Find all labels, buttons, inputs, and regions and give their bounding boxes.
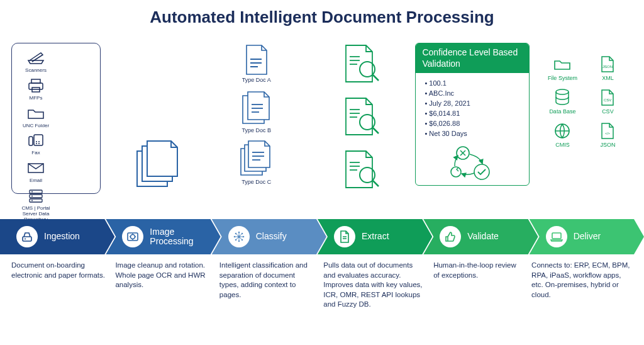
step-label: Ingestion bbox=[44, 232, 80, 241]
validate-value: ABC.Inc bbox=[425, 88, 523, 98]
classify-column: Type Doc A Type Doc B Type Doc C bbox=[211, 43, 302, 185]
label: Type Doc A bbox=[242, 77, 271, 83]
svg-point-5 bbox=[36, 141, 37, 142]
top-row: Scanners MFPs UNC Folder Fax Email bbox=[11, 43, 633, 213]
descriptions-row: Document on-boarding electronic and pape… bbox=[11, 261, 633, 310]
validate-value: $6,026.88 bbox=[425, 118, 523, 128]
folder-icon bbox=[26, 105, 45, 122]
workflow-arrow-bar: Ingestion Image Processing Classify Extr… bbox=[0, 219, 644, 254]
laptop-icon bbox=[546, 226, 567, 247]
step-deliver: Deliver bbox=[530, 219, 644, 254]
xml-file-icon: JSON bbox=[598, 55, 617, 73]
document-icon bbox=[243, 43, 270, 77]
document-search-icon bbox=[341, 149, 382, 193]
desc-deliver: Connects to: ERP, ECM, BPM, RPA, iPaaS, … bbox=[531, 261, 633, 310]
label: CSV bbox=[602, 108, 614, 115]
validate-value: Net 30 Days bbox=[425, 128, 523, 139]
source-scanner: Scanners bbox=[16, 50, 56, 74]
step-image-processing: Image Processing bbox=[106, 219, 220, 254]
document-stack-icon bbox=[239, 140, 274, 179]
step-extract: Extract bbox=[318, 219, 432, 254]
step-label: Classify bbox=[256, 232, 287, 241]
svg-rect-1 bbox=[29, 83, 43, 89]
target-xml: JSON XML bbox=[587, 55, 628, 81]
svg-line-72 bbox=[239, 234, 242, 237]
svg-point-44 bbox=[451, 167, 461, 177]
svg-line-73 bbox=[236, 237, 239, 240]
validate-value: 100.1 bbox=[425, 78, 523, 88]
scanner-icon bbox=[26, 50, 45, 66]
source-mfp: MFPs bbox=[16, 77, 56, 101]
svg-text:JSON: JSON bbox=[602, 65, 613, 69]
svg-point-7 bbox=[36, 143, 37, 144]
svg-point-51 bbox=[25, 239, 26, 240]
target-cmis: CMIS bbox=[542, 122, 582, 148]
label: Data Base bbox=[549, 108, 575, 115]
hard-drive-icon bbox=[16, 226, 38, 247]
doc-type-c: Type Doc C bbox=[239, 140, 274, 185]
desc-extract: Pulls data out of documents and evaluate… bbox=[323, 261, 425, 310]
label: MFPs bbox=[30, 96, 43, 101]
database-icon bbox=[553, 89, 572, 106]
validate-value: $6,014.81 bbox=[425, 108, 523, 118]
label: Type Doc B bbox=[242, 127, 271, 133]
extract-column bbox=[326, 43, 398, 193]
step-label: Validate bbox=[467, 232, 499, 241]
svg-point-8 bbox=[38, 143, 40, 144]
svg-point-6 bbox=[38, 141, 40, 142]
gear-icon bbox=[122, 226, 143, 247]
source-fax: Fax bbox=[16, 132, 56, 156]
svg-line-41 bbox=[373, 181, 379, 186]
validate-values-list: 100.1 ABC.Inc July 28, 2021 $6,014.81 $6… bbox=[416, 73, 529, 141]
desc-ingestion: Document on-boarding electronic and pape… bbox=[11, 261, 106, 310]
svg-point-13 bbox=[31, 191, 33, 192]
printer-icon bbox=[26, 77, 45, 94]
svg-rect-50 bbox=[23, 237, 31, 241]
json-file-icon: </> bbox=[598, 122, 617, 140]
svg-line-74 bbox=[239, 237, 242, 240]
target-json: </> JSON bbox=[587, 122, 628, 148]
folder-icon bbox=[553, 55, 572, 73]
csv-file-icon: CSV bbox=[598, 89, 617, 106]
svg-line-71 bbox=[236, 234, 239, 237]
thumbs-up-icon bbox=[440, 226, 461, 247]
document-search-icon bbox=[341, 43, 382, 87]
target-database: Data Base bbox=[542, 89, 582, 115]
label: Type Doc C bbox=[242, 179, 271, 185]
connections-icon bbox=[228, 226, 250, 247]
svg-point-46 bbox=[556, 89, 569, 94]
doc-type-a: Type Doc A bbox=[242, 43, 271, 83]
document-stack-icon bbox=[132, 137, 182, 194]
document-icon bbox=[334, 226, 355, 247]
label: File System bbox=[548, 75, 577, 81]
svg-line-31 bbox=[373, 75, 379, 81]
source-email: Email bbox=[16, 160, 56, 184]
svg-rect-4 bbox=[34, 135, 43, 145]
svg-text:CSV: CSV bbox=[604, 98, 611, 102]
svg-line-36 bbox=[373, 128, 379, 133]
image-processing-illustration bbox=[112, 43, 203, 194]
svg-point-43 bbox=[474, 164, 489, 179]
source-cms: CMS | Portal Server Data Repository bbox=[16, 188, 56, 222]
svg-rect-77 bbox=[552, 233, 561, 239]
validate-box: Confidence Level Based Validation 100.1 … bbox=[415, 43, 530, 186]
desc-image-processing: Image cleanup and rotation. Whole page O… bbox=[115, 261, 210, 310]
page-title: Automated Intelligent Document Processin… bbox=[0, 0, 644, 32]
validate-header: Confidence Level Based Validation bbox=[416, 43, 529, 73]
step-label: Image Processing bbox=[150, 227, 208, 247]
step-classify: Classify bbox=[212, 219, 326, 254]
label: Fax bbox=[31, 150, 40, 156]
step-label: Extract bbox=[362, 232, 389, 241]
label: Scanners bbox=[25, 68, 47, 74]
fax-icon bbox=[26, 132, 45, 149]
svg-point-14 bbox=[31, 195, 33, 196]
svg-rect-3 bbox=[29, 137, 33, 145]
step-validate: Validate bbox=[423, 219, 538, 254]
label: XML bbox=[602, 75, 614, 81]
label: UNC Folder bbox=[23, 123, 49, 129]
label: JSON bbox=[600, 142, 615, 148]
document-search-icon bbox=[341, 96, 382, 140]
document-stack-icon bbox=[240, 89, 273, 127]
desc-validate: Human-in-the-loop review of exceptions. bbox=[433, 261, 523, 310]
svg-text:</>: </> bbox=[605, 132, 610, 135]
